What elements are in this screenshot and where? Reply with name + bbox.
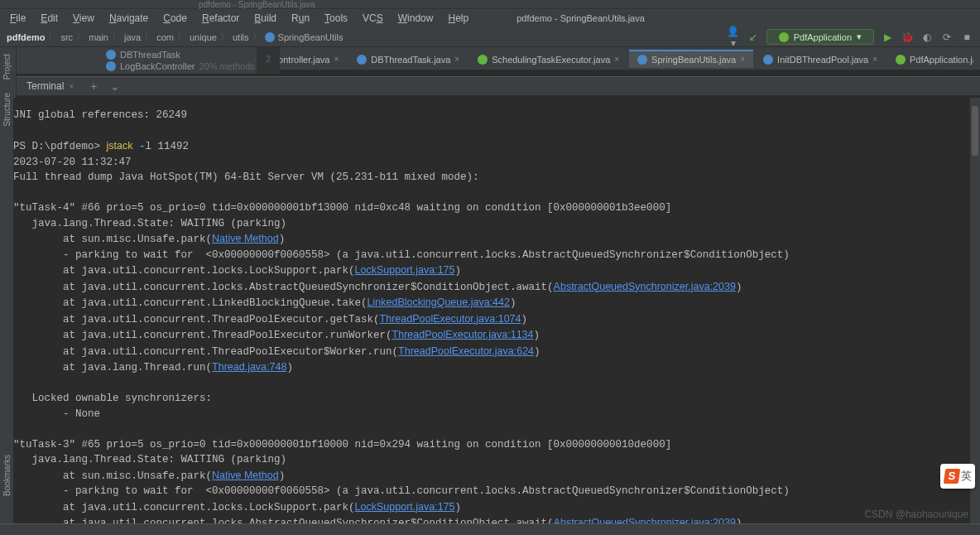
editor-tabs: LogBackController.java×DBThreadTask.java… (214, 50, 973, 68)
menu-run[interactable]: Run (285, 11, 316, 26)
tree-item[interactable]: DBThreadTask (23, 49, 258, 60)
menu-file[interactable]: File (3, 11, 32, 26)
class-icon (265, 32, 275, 42)
stack-link[interactable]: AbstractQueuedSynchronizer.java:2039 (554, 281, 736, 292)
file-icon (357, 55, 367, 65)
terminal-tab[interactable]: Terminal× (17, 77, 84, 95)
window-title: pdfdemo - SpringBeanUtils.java (199, 0, 315, 9)
close-icon[interactable]: × (334, 55, 339, 64)
class-icon (106, 50, 116, 60)
menu-refactor[interactable]: Refactor (195, 11, 246, 26)
ime-lang: 英 (961, 469, 972, 484)
ime-indicator[interactable]: S 英 (940, 464, 975, 489)
stack-link[interactable]: ThreadPoolExecutor.java:1134 (392, 329, 534, 340)
stack-link[interactable]: Thread.java:748 (212, 361, 286, 373)
menu-navigate[interactable]: Navigate (103, 11, 155, 26)
editor-tab[interactable]: DBThreadTask.java× (348, 50, 468, 68)
stack-link[interactable]: ThreadPoolExecutor.java:624 (398, 345, 534, 357)
crumb[interactable]: com (156, 32, 174, 42)
sidebar-structure[interactable]: Structure (0, 86, 14, 133)
editor-tab[interactable]: PdfApplication.java× (887, 50, 973, 68)
file-icon (637, 55, 647, 65)
editor-gutter: 2 (257, 47, 280, 74)
user-icon[interactable]: 👤▾ (727, 26, 740, 49)
crumb[interactable]: java (124, 32, 141, 42)
scrollbar-thumb[interactable] (972, 106, 978, 156)
breadcrumbs[interactable]: pdfdemo〉 src〉 main〉 java〉 com〉 unique〉 u… (7, 31, 343, 43)
navbar: pdfdemo〉 src〉 main〉 java〉 com〉 unique〉 u… (0, 27, 980, 47)
file-icon (478, 55, 488, 65)
titlebar: pdfdemo - SpringBeanUtils.java (0, 0, 980, 9)
class-icon (106, 61, 116, 71)
file-icon (763, 55, 773, 65)
sidebar-project[interactable]: Project (0, 47, 14, 86)
crumb[interactable]: unique (190, 32, 217, 42)
tree-item[interactable]: LogBackController 20% methods (23, 60, 258, 72)
ime-logo: S (943, 469, 960, 484)
sidebar-bookmarks[interactable]: Bookmarks (0, 448, 14, 503)
stack-link[interactable]: LinkedBlockingQueue.java:442 (368, 296, 510, 308)
chevron-down-icon: ▾ (857, 31, 862, 42)
stop-icon[interactable]: ■ (960, 31, 973, 43)
menu-tools[interactable]: Tools (318, 11, 354, 26)
stack-link[interactable]: Native Method (212, 470, 279, 481)
debug-icon[interactable]: 🐞 (901, 31, 914, 43)
watermark: CSDN @haohaounique (864, 508, 968, 520)
menu-context-title: pdfdemo - SpringBeanUtils.java (510, 12, 651, 25)
menu-window[interactable]: Window (392, 11, 440, 26)
chevron-down-icon[interactable]: ⌄ (103, 80, 127, 93)
editor-tab[interactable]: InitDBThreadPool.java× (755, 50, 886, 68)
editor-tab[interactable]: SchedulingTaskExecutor.java× (469, 50, 627, 68)
nav-right: 👤▾ ↙ PdfApplication ▾ ▶ 🐞 ◐ ⟳ ■ (727, 26, 973, 49)
menu-help[interactable]: Help (441, 11, 475, 26)
menu-edit[interactable]: Edit (34, 11, 65, 26)
close-icon[interactable]: × (69, 82, 74, 91)
stack-link[interactable]: LockSupport.java:175 (355, 264, 455, 276)
statusbar (0, 523, 980, 535)
stack-link[interactable]: AbstractQueuedSynchronizer.java:2039 (554, 517, 736, 523)
crumb[interactable]: SpringBeanUtils (278, 32, 343, 42)
spring-icon (779, 32, 789, 42)
crumb[interactable]: pdfdemo (7, 32, 45, 42)
file-icon (896, 55, 906, 65)
scrollbar-vertical[interactable] (970, 98, 980, 523)
run-config-selector[interactable]: PdfApplication ▾ (766, 29, 874, 45)
add-terminal-icon[interactable]: + (84, 80, 103, 93)
terminal-output[interactable]: JNI global references: 26249 PS D:\pdfde… (13, 98, 977, 523)
close-icon[interactable]: × (614, 55, 619, 64)
close-icon[interactable]: × (740, 55, 745, 64)
stack-link[interactable]: ThreadPoolExecutor.java:1074 (380, 313, 521, 325)
crumb[interactable]: src (60, 32, 73, 42)
coverage-icon[interactable]: ◐ (920, 31, 934, 43)
close-icon[interactable]: × (454, 55, 459, 64)
menu-view[interactable]: View (66, 11, 101, 26)
editor-tab[interactable]: SpringBeanUtils.java× (629, 50, 753, 68)
close-icon[interactable]: × (872, 55, 877, 64)
profile-icon[interactable]: ⟳ (940, 31, 954, 43)
menu-code[interactable]: Code (156, 11, 194, 26)
stack-link[interactable]: LockSupport.java:175 (355, 501, 455, 513)
hammer-icon[interactable]: ↙ (747, 31, 760, 43)
run-config-label: PdfApplication (794, 32, 852, 42)
stack-link[interactable]: Native Method (212, 233, 279, 244)
menu-vcs[interactable]: VCS (356, 11, 390, 26)
menu-build[interactable]: Build (247, 11, 283, 26)
crumb[interactable]: utils (233, 32, 249, 42)
terminal-tabbar: Terminal× + ⌄ (17, 76, 980, 96)
crumb[interactable]: main (89, 32, 108, 42)
project-tree[interactable]: DBThreadTask LogBackController 20% metho… (17, 47, 265, 74)
run-icon[interactable]: ▶ (881, 31, 894, 43)
